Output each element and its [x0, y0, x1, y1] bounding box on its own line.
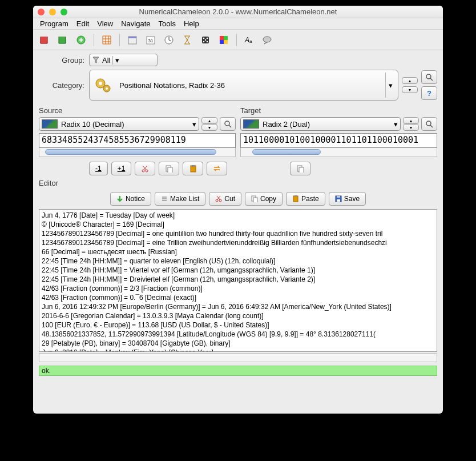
target-unit-up[interactable]: ▴	[403, 117, 419, 124]
source-paste-button[interactable]	[183, 162, 203, 175]
down-arrow-icon	[116, 195, 123, 202]
menu-navigate[interactable]: Navigate	[118, 19, 154, 29]
book-green-icon[interactable]	[56, 33, 70, 47]
source-scrollbar[interactable]	[39, 148, 236, 157]
chevron-down-icon: ▾	[385, 73, 396, 98]
svg-rect-13	[224, 36, 228, 40]
svg-rect-42	[337, 196, 340, 198]
window-title: NumericalChameleon 2.0.0 - www.Numerical…	[33, 7, 443, 16]
svg-point-9	[205, 39, 207, 41]
svg-rect-29	[168, 167, 172, 173]
cat-help-button[interactable]: ?	[421, 86, 437, 100]
world-flag-icon	[243, 119, 259, 129]
svg-point-18	[263, 37, 271, 42]
svg-rect-2	[128, 37, 136, 38]
group-combo[interactable]: All ▾	[89, 54, 158, 66]
svg-rect-14	[220, 40, 224, 44]
svg-rect-15	[224, 40, 228, 44]
calendar-icon[interactable]	[126, 33, 139, 47]
gears-icon	[94, 76, 112, 94]
editor-paste-button[interactable]: Paste	[286, 192, 325, 206]
chevron-down-icon: ▾	[394, 120, 398, 129]
source-copy-button[interactable]	[159, 162, 179, 175]
editor-label: Editor	[33, 178, 443, 189]
date-icon[interactable]: 31	[144, 33, 158, 47]
minimize-icon[interactable]	[49, 9, 56, 15]
source-unit-combo[interactable]: Radix 10 (Decimal) ▾	[39, 117, 199, 131]
target-value-field: 1011000010100100001101101100010001	[240, 133, 437, 148]
toolbar: 31 Aa	[33, 30, 443, 50]
target-unit-down[interactable]: ▾	[403, 124, 419, 131]
text-icon[interactable]: Aa	[243, 33, 256, 47]
source-unit: Radix 10 (Decimal)	[61, 120, 124, 129]
group-label: Group:	[39, 56, 84, 65]
svg-text:A: A	[244, 36, 249, 44]
minus-one-button[interactable]: -1	[89, 162, 108, 175]
scissors-icon	[215, 195, 222, 202]
editor-line: 22:45 [Time 24h [HH:MM]] = Viertel vor e…	[42, 266, 434, 275]
editor-line: 42/63 [Fraction (common)] = 2/3 [Fractio…	[42, 284, 434, 293]
menubar: Program Edit View Navigate Tools Help	[33, 18, 443, 30]
editor-scrollbar[interactable]	[39, 353, 437, 362]
cat-down-button[interactable]: ▾	[402, 86, 418, 93]
svg-point-22	[106, 87, 108, 90]
hourglass-icon[interactable]	[180, 33, 194, 47]
titlebar: NumericalChameleon 2.0.0 - www.Numerical…	[33, 6, 443, 18]
menu-tools[interactable]: Tools	[155, 19, 179, 29]
svg-point-7	[203, 37, 205, 39]
chevron-down-icon: ▾	[192, 120, 196, 129]
speak-icon[interactable]	[261, 33, 275, 47]
editor-save-button[interactable]: Save	[329, 192, 366, 206]
editor-line: Jun 6, 2016 [Date] = Monkey (Fire, Yang)…	[42, 348, 434, 352]
target-label: Target	[240, 106, 437, 115]
target-copy-button[interactable]	[290, 162, 310, 175]
source-cut-button[interactable]	[135, 162, 155, 175]
source-unit-up[interactable]: ▴	[201, 117, 217, 124]
target-scrollbar[interactable]	[240, 148, 437, 157]
save-icon	[335, 195, 342, 202]
target-unit-combo[interactable]: Radix 2 (Dual) ▾	[240, 117, 401, 131]
source-unit-down[interactable]: ▾	[201, 124, 217, 131]
swap-button[interactable]	[207, 162, 227, 175]
notice-button[interactable]: Notice	[110, 192, 151, 206]
source-value-field[interactable]: 6833485524374585536729908119	[39, 133, 236, 148]
target-search-button[interactable]	[421, 117, 437, 131]
color-icon[interactable]	[217, 33, 231, 47]
editor-copy-button[interactable]: Copy	[245, 192, 283, 206]
svg-text:31: 31	[148, 38, 154, 43]
menu-help[interactable]: Help	[180, 19, 203, 29]
svg-point-10	[203, 41, 205, 42]
editor-cut-button[interactable]: Cut	[209, 192, 241, 206]
svg-point-25	[426, 121, 431, 126]
make-list-button[interactable]: Make List	[155, 192, 205, 206]
editor-line: 42/63 [Fraction (common)] = 0.¯6 [Decima…	[42, 293, 434, 302]
svg-rect-41	[337, 199, 340, 202]
category-combo[interactable]: Positional Notations, Radix 2-36 ▾	[89, 70, 398, 101]
book-red-icon[interactable]	[38, 33, 51, 47]
grid-icon[interactable]	[100, 33, 114, 47]
dice-icon[interactable]	[199, 33, 212, 47]
funnel-icon	[92, 56, 100, 64]
editor-line: 100 [EUR (Euro, € - Europe)] = 113.68 [U…	[42, 320, 434, 330]
editor-textarea[interactable]: Jun 4, 1776 [Date] = Tuesday [Day of wee…	[39, 209, 437, 352]
editor-line: Jun 6, 2016 12:49:32 PM [Europe/Berlin (…	[42, 302, 434, 311]
editor-line: Jun 4, 1776 [Date] = Tuesday [Day of wee…	[42, 211, 434, 220]
zoom-icon[interactable]	[60, 9, 67, 15]
chevron-down-icon: ▾	[112, 56, 119, 65]
plus-one-button[interactable]: +1	[111, 162, 132, 175]
editor-line: 29 [Petabyte (PB), binary] = 30408704 [G…	[42, 339, 434, 348]
editor-line: © [Unicode® Character] = 169 [Decimal]	[42, 220, 434, 229]
source-search-button[interactable]	[220, 117, 236, 131]
svg-point-23	[426, 74, 431, 79]
cat-search-button[interactable]	[421, 70, 437, 84]
cat-up-button[interactable]: ▴	[402, 77, 418, 84]
copy-icon	[165, 165, 173, 173]
menu-edit[interactable]: Edit	[73, 19, 92, 29]
menu-view[interactable]: View	[94, 19, 116, 29]
add-green-icon[interactable]	[74, 33, 88, 47]
close-icon[interactable]	[38, 9, 45, 15]
clock-icon[interactable]	[162, 33, 176, 47]
menu-program[interactable]: Program	[37, 19, 72, 29]
svg-rect-39	[295, 195, 297, 197]
status-bar: ok.	[39, 366, 437, 376]
